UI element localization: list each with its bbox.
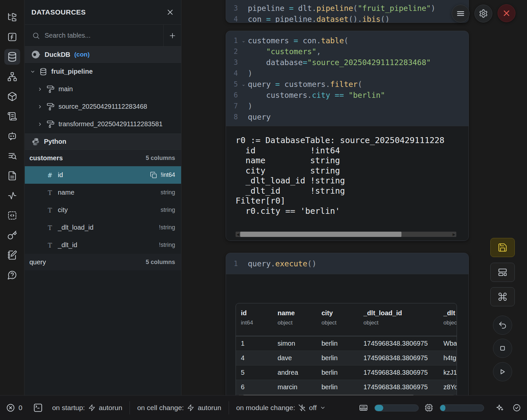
tree-item-schema-transformed[interactable]: transformed_202504291112283581 (25, 115, 181, 133)
shutdown-button[interactable] (498, 4, 515, 22)
run-button[interactable] (493, 362, 512, 381)
key-icon[interactable] (4, 227, 20, 243)
tree-item-schema-main[interactable]: main (25, 80, 181, 98)
notebook-pen-icon[interactable] (4, 247, 20, 263)
table-header-query[interactable]: query 5 columns (25, 254, 181, 270)
result-table[interactable]: idint64 nameobject cityobject _dlt_load_… (236, 303, 457, 402)
scrollbar-thumb[interactable] (240, 232, 401, 237)
horizontal-scrollbar[interactable]: ◀ ▶ (236, 232, 456, 237)
tree-item-schema-source[interactable]: source_202504291112283468 (25, 98, 181, 115)
on-startup-setting[interactable]: on startup: autorun (52, 404, 122, 412)
table-header-customers[interactable]: customers 5 columns (25, 150, 181, 166)
on-module-change-setting[interactable]: on module change: off (236, 404, 326, 412)
cell-output: r0 := DatabaseTable: source_202504291112… (226, 126, 469, 241)
python-logo-icon (31, 137, 40, 146)
column-row-id[interactable]: # id !int64 (25, 166, 181, 184)
copy-icon[interactable] (150, 172, 157, 179)
code-line: 3 pipeline = dlt.pipeline("fruit_pipelin… (226, 3, 469, 14)
activity-icon[interactable] (4, 188, 20, 204)
file-tree-icon[interactable] (4, 9, 20, 25)
panel-title: DATASOURCES (31, 8, 86, 16)
chevron-right-icon (37, 121, 43, 127)
search-icon (32, 32, 40, 40)
database-icon[interactable] (4, 49, 20, 65)
cpu-meter[interactable] (425, 403, 484, 412)
panel-header: DATASOURCES (25, 0, 181, 25)
cell-query[interactable]: 1⌄customers = con.table( 2 "customers", … (226, 31, 469, 241)
chevron-right-icon (37, 104, 43, 110)
schema-icon (47, 103, 55, 111)
cpu-icon (425, 403, 433, 412)
code-square-icon[interactable] (4, 208, 20, 223)
code-text[interactable]: pipeline = dlt.pipeline("fruit_pipeline"… (248, 4, 435, 13)
connection-status-icon[interactable] (512, 403, 521, 412)
memory-usage-bar (374, 404, 419, 411)
memory-icon (359, 403, 368, 412)
text-type-icon: T (47, 224, 53, 231)
table-row[interactable]: 5andreaberlin1745968348.3806975kzJ1 (236, 365, 457, 380)
schema-icon (47, 85, 55, 93)
column-row-city[interactable]: T city string (25, 201, 181, 219)
error-count: 0 (19, 404, 22, 412)
connection-name: DuckDB (45, 51, 70, 58)
chevron-right-icon (37, 86, 43, 92)
layout-button[interactable] (490, 263, 515, 282)
column-row-dlt-load-id[interactable]: T _dlt_load_id !string (25, 219, 181, 236)
zap-icon (88, 404, 95, 411)
cell-menu-button[interactable] (452, 5, 470, 22)
file-text-icon[interactable] (4, 168, 20, 184)
terminal-button[interactable] (33, 403, 43, 413)
cpu-usage-bar (440, 404, 484, 411)
schema-label: source_202504291112283468 (58, 103, 147, 110)
table-row[interactable]: 1simonberlin1745968348.3806975Wba (236, 336, 457, 351)
search-row (25, 25, 181, 47)
undo-button[interactable] (493, 316, 512, 335)
bot-icon[interactable] (4, 128, 20, 144)
errors-indicator[interactable]: 0 (6, 403, 22, 412)
on-cell-change-setting[interactable]: on cell change: autorun (137, 404, 221, 412)
zap-icon (187, 404, 194, 411)
scroll-text-icon[interactable] (4, 108, 20, 124)
result-table-header: idint64 nameobject cityobject _dlt_load_… (236, 303, 457, 336)
connection-duckdb[interactable]: DuckDB (con) (25, 47, 181, 63)
table-meta: 5 columns (146, 155, 175, 162)
function-square-icon[interactable] (4, 29, 20, 45)
close-panel-button[interactable] (166, 8, 174, 17)
list-search-icon[interactable] (4, 148, 20, 164)
text-type-icon: T (47, 189, 53, 196)
chevron-down-icon (30, 69, 35, 75)
cell-pipeline[interactable]: 3 pipeline = dlt.pipeline("fruit_pipelin… (226, 0, 469, 23)
database-label: fruit_pipeline (51, 68, 93, 75)
status-bar: 0 on startup: autorun on cell change: au… (0, 395, 527, 420)
stop-button[interactable] (493, 339, 512, 358)
scroll-left-arrow[interactable]: ◀ (236, 232, 240, 237)
column-row-dlt-id[interactable]: T _dlt_id !string (25, 236, 181, 254)
schema-icon (47, 120, 55, 128)
notebook-area: 3 pipeline = dlt.pipeline("fruit_pipelin… (182, 0, 527, 420)
code-line: 4 con = pipeline.dataset().ibis() (226, 14, 469, 23)
table-row[interactable]: 6marcinberlin1745968348.3806975z8Yo (236, 380, 457, 395)
ai-sparkles-button[interactable] (495, 403, 504, 412)
duckdb-logo-icon (31, 50, 41, 59)
scroll-right-arrow[interactable]: ▶ (452, 232, 456, 237)
add-datasource-button[interactable] (163, 25, 181, 46)
help-circle-icon[interactable] (4, 267, 20, 283)
package-icon[interactable] (4, 89, 20, 104)
table-name: customers (29, 154, 63, 162)
schema-label: transformed_202504291112283581 (58, 120, 163, 128)
table-row[interactable]: 4daveberlin1745968348.3806975h4tg (236, 351, 457, 365)
search-tables-input[interactable] (45, 32, 163, 39)
activity-bar (0, 0, 24, 395)
code-editor[interactable]: 1query.execute() (226, 253, 469, 274)
code-editor[interactable]: 1⌄customers = con.table( 2 "customers", … (226, 31, 469, 126)
code-text[interactable]: con = pipeline.dataset().ibis() (248, 15, 390, 23)
settings-button[interactable] (474, 5, 492, 22)
number-type-icon: # (47, 172, 53, 179)
save-button[interactable] (490, 238, 515, 257)
zap-off-icon (298, 404, 306, 411)
tree-item-database[interactable]: fruit_pipeline (25, 63, 181, 80)
keyboard-shortcuts-button[interactable] (490, 287, 515, 306)
memory-meter[interactable] (359, 403, 419, 412)
network-icon[interactable] (4, 69, 20, 85)
column-row-name[interactable]: T name string (25, 184, 181, 201)
